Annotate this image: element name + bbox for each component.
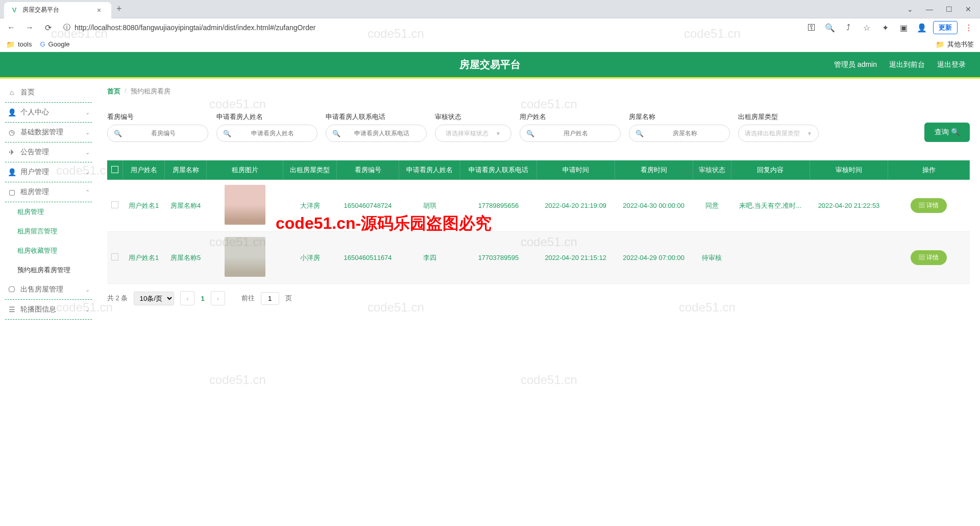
star-icon[interactable]: ☆ [860, 20, 874, 35]
detail-button[interactable]: ▤ 详情 [911, 198, 947, 213]
sidebar-sub-fav[interactable]: 租房收藏管理 [5, 241, 92, 260]
breadcrumb-home[interactable]: 首页 [107, 87, 120, 96]
folder-icon: 📁 [936, 40, 944, 49]
panel-icon[interactable]: ▣ [896, 20, 911, 35]
update-button[interactable]: 更新 [933, 21, 958, 34]
cell-status: 待审核 [693, 232, 731, 284]
send-icon: ✈ [7, 148, 16, 156]
goto-label: 前往 [241, 294, 255, 303]
user-icon: 👤 [7, 108, 16, 116]
cell-viewer: 胡琪 [399, 180, 460, 232]
search-input-user[interactable]: 🔍 [520, 125, 621, 142]
search-select-rent-type[interactable]: 请选择出租房屋类型▼ [738, 125, 819, 142]
sidebar-sub-view[interactable]: 预约租房看房管理 [5, 260, 92, 280]
cell-image [207, 232, 283, 284]
sidebar-item-personal[interactable]: 👤个人中心⌄ [5, 103, 92, 123]
goto-front-link[interactable]: 退出到前台 [889, 60, 925, 69]
reload-icon[interactable]: ⟳ [41, 20, 55, 35]
search-icon: 🔍 [223, 130, 231, 137]
table-row: 用户姓名1 房屋名称5 小洋房 1650460511674 李四 1770378… [107, 232, 970, 284]
search-select-status[interactable]: 请选择审核状态▼ [435, 125, 511, 142]
breadcrumb-current: 预约租房看房 [131, 87, 170, 96]
browser-tab[interactable]: V 房屋交易平台 × [4, 2, 111, 18]
share-icon[interactable]: ⤴ [841, 20, 855, 35]
next-page-button[interactable]: › [211, 291, 225, 305]
vue-favicon-icon: V [10, 6, 18, 14]
total-text: 共 2 条 [107, 294, 128, 303]
extension-icon[interactable]: ✦ [878, 20, 892, 35]
minimize-icon[interactable]: — [922, 2, 937, 17]
clock-icon: ◷ [7, 128, 16, 136]
dropdown-icon[interactable]: ⌄ [902, 2, 918, 17]
profile-icon[interactable]: 👤 [915, 20, 929, 35]
sidebar-sub-msg[interactable]: 租房留言管理 [5, 222, 92, 241]
sidebar-item-carousel[interactable]: ☰轮播图信息⌄ [5, 300, 92, 320]
sidebar-item-user[interactable]: 👤用户管理⌄ [5, 162, 92, 182]
user-icon: 👤 [7, 168, 16, 176]
key-icon[interactable]: ⚿ [804, 20, 819, 35]
bookmark-google[interactable]: GGoogle [40, 40, 69, 48]
sidebar-sub-rent[interactable]: 租房管理 [5, 202, 92, 222]
cell-status: 同意 [693, 180, 731, 232]
zoom-icon[interactable]: 🔍 [823, 20, 837, 35]
close-tab-icon[interactable]: × [97, 6, 105, 14]
detail-button[interactable]: ▤ 详情 [911, 250, 947, 265]
search-field-viewer: 申请看房人姓名 🔍 [216, 112, 317, 142]
search-input-viewer[interactable]: 🔍 [216, 125, 317, 142]
checkbox[interactable] [111, 253, 118, 260]
search-icon: 🔍 [526, 130, 534, 137]
th: 看房时间 [615, 160, 693, 180]
sidebar-item-notice[interactable]: ✈公告管理⌄ [5, 142, 92, 162]
cell-reply [731, 232, 810, 284]
logout-link[interactable]: 退出登录 [937, 60, 966, 69]
pagination: 共 2 条 10条/页 ‹ 1 › 前往 页 [107, 291, 970, 305]
chevron-down-icon: ⌄ [85, 129, 90, 136]
search-input-code[interactable]: 🔍 [107, 125, 208, 142]
info-icon: ⓘ [63, 23, 70, 32]
sidebar-item-sell[interactable]: 🖵出售房屋管理⌄ [5, 280, 92, 300]
url-box[interactable]: ⓘ http://localhost:8080/fangwujiaoyiping… [59, 23, 800, 32]
sidebar-item-rent[interactable]: ▢租房管理⌃ [5, 182, 92, 202]
label: 房屋名称 [629, 112, 730, 122]
forward-icon[interactable]: → [22, 20, 37, 35]
th: 申请看房人姓名 [399, 160, 460, 180]
cell-user: 用户姓名1 [123, 232, 165, 284]
other-bookmarks[interactable]: 📁其他书签 [936, 40, 974, 49]
new-tab-button[interactable]: + [111, 4, 127, 14]
cell-type: 小洋房 [283, 232, 337, 284]
page-number[interactable]: 1 [201, 295, 204, 302]
back-icon[interactable]: ← [4, 20, 18, 35]
label: 看房编号 [107, 112, 208, 122]
maximize-icon[interactable]: ☐ [941, 2, 957, 17]
search-icon: 🔍 [332, 130, 340, 137]
th-checkbox [107, 160, 123, 180]
sidebar-item-home[interactable]: ⌂首页 [5, 83, 92, 103]
cell-view-time: 2022-04-30 00:00:00 [615, 180, 693, 232]
table-row: 用户姓名1 房屋名称4 大洋房 1650460748724 胡琪 1778989… [107, 180, 970, 232]
page-size-select[interactable]: 10条/页 [134, 292, 174, 305]
current-user[interactable]: 管理员 admin [834, 60, 877, 69]
label: 申请看房人联系电话 [326, 112, 427, 122]
query-button[interactable]: 查询 🔍 [924, 123, 970, 142]
menu-icon[interactable]: ⋮ [962, 20, 976, 35]
goto-page-input[interactable] [261, 292, 279, 305]
cell-review-time: 2022-04-20 21:22:53 [810, 180, 888, 232]
sidebar-item-basic[interactable]: ◷基础数据管理⌄ [5, 123, 92, 142]
browser-chrome: V 房屋交易平台 × + ⌄ — ☐ ✕ ← → ⟳ ⓘ http://loca… [0, 0, 980, 52]
prev-page-button[interactable]: ‹ [180, 291, 194, 305]
checkbox[interactable] [111, 201, 118, 208]
search-input-phone[interactable]: 🔍 [326, 125, 427, 142]
chevron-down-icon: ▼ [807, 131, 812, 136]
house-image[interactable] [225, 185, 265, 225]
close-window-icon[interactable]: ✕ [961, 2, 976, 17]
bookmark-tools[interactable]: 📁tools [6, 40, 32, 49]
monitor-icon: 🖵 [7, 285, 16, 294]
search-input-house[interactable]: 🔍 [629, 125, 730, 142]
cell-house: 房屋名称4 [165, 180, 207, 232]
house-image[interactable] [225, 237, 265, 277]
cell-user: 用户姓名1 [123, 180, 165, 232]
label: 审核状态 [435, 112, 511, 122]
cell-view-time: 2022-04-29 07:00:00 [615, 232, 693, 284]
cell-phone: 17789895656 [460, 180, 537, 232]
checkbox-icon[interactable] [111, 166, 118, 173]
